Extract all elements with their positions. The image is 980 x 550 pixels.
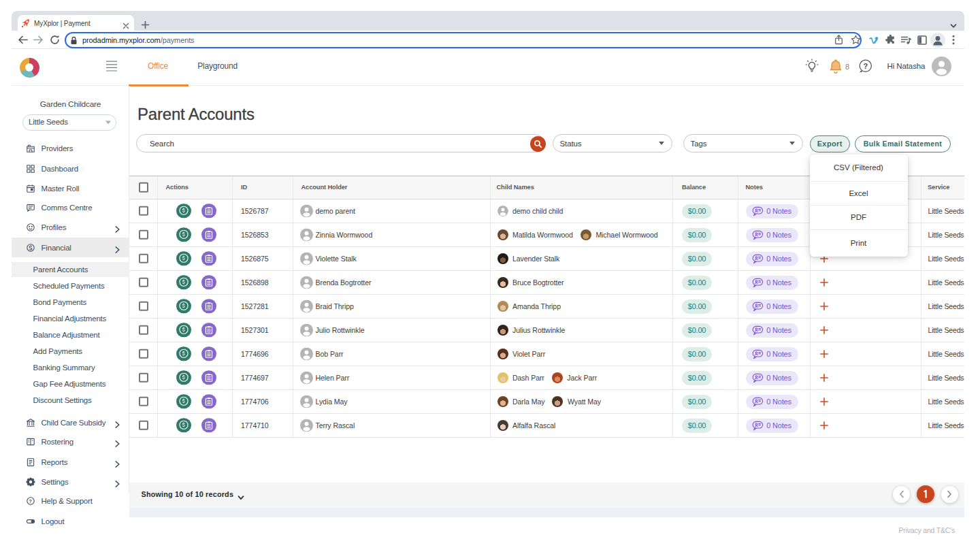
svg-text:?: ? xyxy=(863,61,868,69)
